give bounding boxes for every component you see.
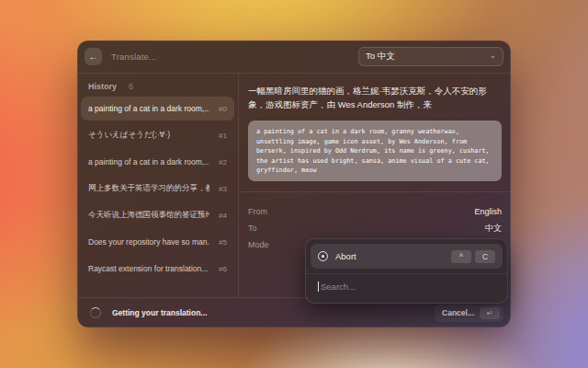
abort-circle-dot-icon	[318, 251, 328, 261]
history-item-3[interactable]: 网上多数关于英语学习的的分享，都... #3	[81, 177, 234, 201]
target-language-dropdown[interactable]: To 中文 ⌄	[358, 47, 503, 66]
history-item-index: #5	[219, 238, 227, 247]
translate-window: ← Translate... To 中文 ⌄ History 6 a paint…	[77, 40, 511, 328]
history-item-1[interactable]: そういえばそうだ(;·∀·) #1	[81, 123, 234, 147]
cancel-button-label: Cancel...	[442, 308, 474, 317]
control-key: ^	[451, 250, 471, 263]
history-item-4[interactable]: 今天听说上海德国领事馆的签证预约... #4	[81, 203, 234, 227]
history-item-2[interactable]: a painting of a cat in a dark room,... #…	[81, 150, 234, 174]
history-item-label: Does your repository have so man...	[88, 237, 209, 247]
back-button[interactable]: ←	[85, 48, 102, 65]
to-label: To	[248, 224, 257, 233]
history-item-label: 网上多数关于英语学习的的分享，都...	[88, 183, 209, 194]
history-list: a painting of a cat in a dark room,... #…	[77, 97, 238, 281]
history-item-label: Raycast extension for translation...	[88, 264, 208, 273]
history-count: 6	[129, 82, 133, 91]
to-value: 中文	[485, 223, 502, 235]
history-item-0[interactable]: a painting of a cat in a dark room,... #…	[81, 97, 234, 121]
mode-label: Mode	[248, 240, 269, 249]
window-header: ← Translate... To 中文 ⌄	[77, 40, 511, 74]
history-item-5[interactable]: Does your repository have so man... #5	[81, 230, 234, 254]
cancel-button[interactable]: Cancel... ↵	[435, 305, 503, 322]
c-key: C	[475, 250, 495, 263]
history-panel: History 6 a painting of a cat in a dark …	[77, 74, 239, 297]
from-label: From	[248, 207, 267, 216]
target-language-label: To 中文	[366, 51, 395, 63]
history-item-index: #0	[219, 105, 227, 113]
desktop-background: { "icons": { "back": "←", "chevron_down"…	[0, 0, 588, 368]
history-item-label: そういえばそうだ(;·∀·)	[88, 130, 170, 141]
meta-row-from: From English	[248, 203, 502, 220]
actions-popup: Abort ^ C Search...	[305, 238, 508, 304]
meta-row-to: To 中文	[248, 220, 502, 236]
history-item-label: 今天听说上海德国领事馆的签证预约...	[88, 210, 209, 221]
text-caret	[318, 282, 319, 292]
abort-shortcut-keys: ^ C	[451, 250, 495, 263]
history-item-label: a painting of a cat in a dark room,...	[88, 157, 209, 167]
history-item-index: #2	[219, 158, 227, 167]
history-item-index: #3	[219, 185, 227, 193]
history-item-label: a painting of a cat in a dark room,...	[88, 104, 209, 113]
popup-search-input[interactable]: Search...	[311, 274, 503, 298]
from-value: English	[474, 207, 502, 216]
history-header: History 6	[77, 74, 238, 97]
history-item-index: #4	[219, 212, 227, 220]
chevron-down-icon: ⌄	[489, 52, 496, 60]
loading-spinner-icon	[90, 307, 101, 318]
source-text-box: a painting of a cat in a dark room, gran…	[248, 121, 502, 181]
history-item-index: #6	[219, 265, 227, 273]
abort-action-label: Abort	[335, 251, 356, 261]
abort-action-row[interactable]: Abort ^ C	[311, 244, 503, 269]
history-item-index: #1	[219, 132, 227, 140]
back-arrow-icon: ←	[89, 52, 98, 62]
history-item-6[interactable]: Raycast extension for translation... #6	[81, 257, 234, 281]
return-key-icon: ↵	[480, 307, 500, 319]
history-title: History	[88, 82, 117, 91]
translation-result-text: 一幅黑暗房间里的猫的画，格兰妮·韦瑟沃克斯，令人不安的形象，游戏图标资产，由 W…	[239, 74, 511, 111]
command-title-placeholder: Translate...	[111, 52, 157, 62]
search-placeholder: Search...	[321, 282, 356, 292]
status-text: Getting your translation...	[112, 308, 207, 317]
